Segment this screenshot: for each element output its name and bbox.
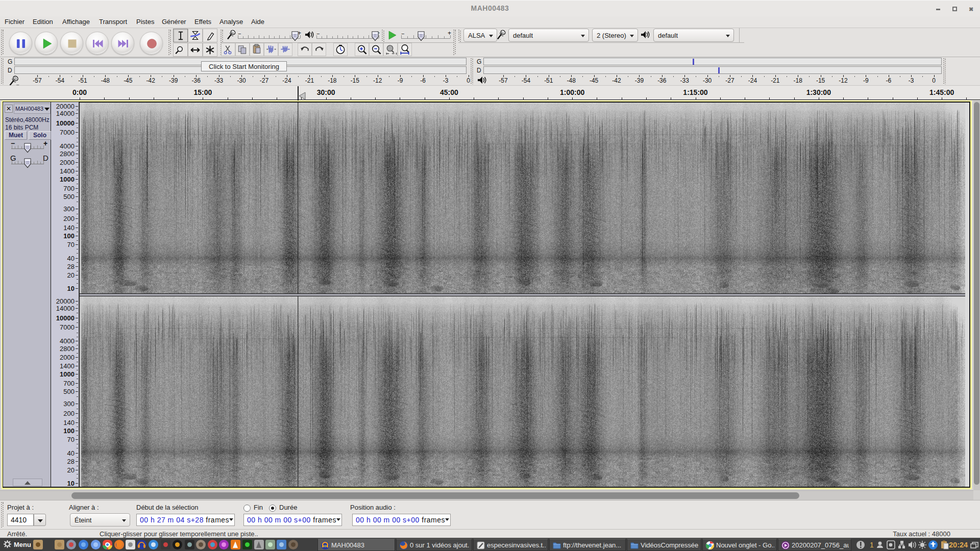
svg-text:1: 1 [870,541,874,549]
